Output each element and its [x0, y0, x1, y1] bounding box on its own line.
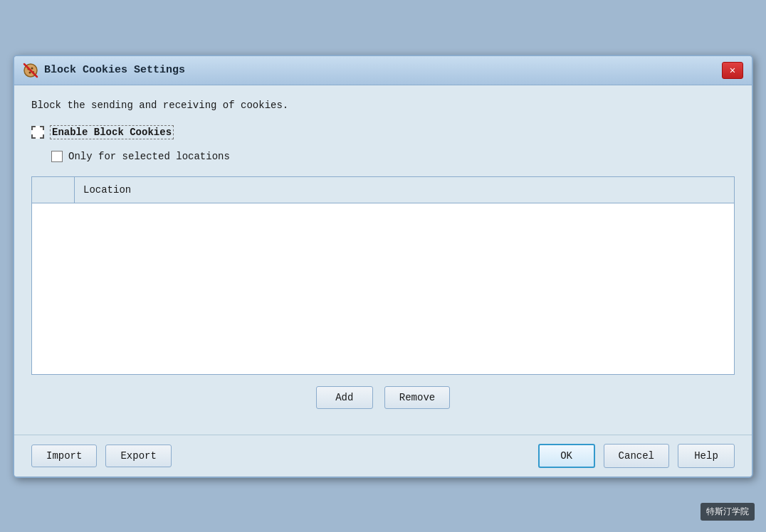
- remove-button[interactable]: Remove: [384, 386, 450, 409]
- table-checkbox-col-header: [32, 177, 75, 203]
- enable-block-cookies-checkbox[interactable]: [31, 126, 44, 139]
- enable-block-cookies-row: Enable Block Cookies: [31, 125, 735, 139]
- dialog-body: Block the sending and receiving of cooki…: [14, 85, 752, 435]
- table-location-col-header: Location: [75, 179, 734, 201]
- export-button[interactable]: Export: [105, 445, 171, 467]
- dialog-block-cookies: Block Cookies Settings ✕ Block the sendi…: [13, 55, 753, 478]
- title-bar-left: Block Cookies Settings: [23, 63, 185, 78]
- add-button[interactable]: Add: [316, 386, 373, 409]
- title-bar: Block Cookies Settings ✕: [14, 56, 752, 85]
- bottom-left-buttons: Import Export: [31, 445, 172, 467]
- locations-table: Location: [31, 176, 735, 375]
- only-selected-locations-label: Only for selected locations: [68, 151, 230, 162]
- only-selected-locations-row: Only for selected locations: [51, 151, 735, 162]
- svg-point-3: [29, 71, 31, 73]
- help-button[interactable]: Help: [678, 444, 735, 468]
- only-selected-locations-checkbox[interactable]: [51, 151, 63, 162]
- cookie-icon: [23, 63, 38, 78]
- watermark: 特斯汀学院: [701, 503, 755, 521]
- mid-buttons: Add Remove: [31, 386, 735, 409]
- bottom-bar: Import Export OK Cancel Help: [14, 435, 752, 477]
- dialog-title: Block Cookies Settings: [44, 64, 185, 76]
- import-button[interactable]: Import: [31, 445, 97, 467]
- ok-button[interactable]: OK: [538, 444, 595, 468]
- enable-block-cookies-label: Enable Block Cookies: [50, 125, 174, 139]
- close-button[interactable]: ✕: [722, 62, 743, 79]
- description-text: Block the sending and receiving of cooki…: [31, 100, 735, 111]
- table-header: Location: [32, 177, 734, 203]
- cancel-button[interactable]: Cancel: [604, 444, 669, 468]
- svg-point-2: [31, 67, 33, 69]
- bottom-right-buttons: OK Cancel Help: [538, 444, 735, 468]
- table-body[interactable]: [32, 203, 734, 374]
